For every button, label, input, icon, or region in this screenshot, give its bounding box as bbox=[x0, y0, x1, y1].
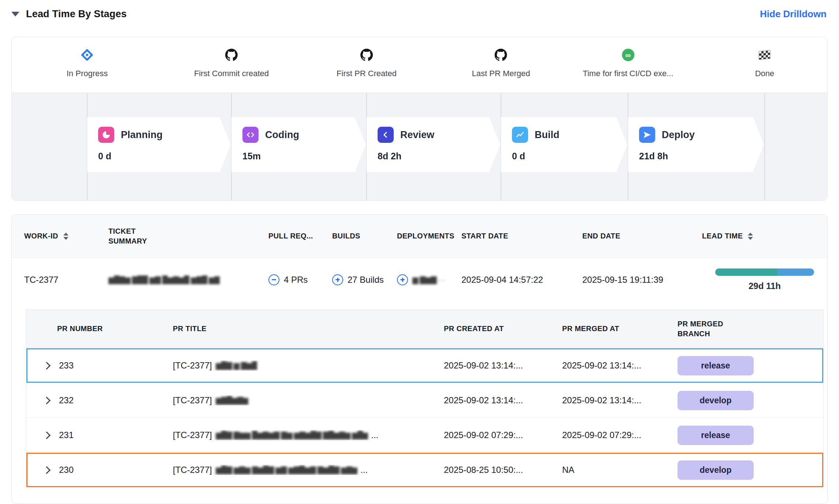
milestone-last-pr-merged: Last PR Merged bbox=[472, 47, 530, 78]
branch-badge: release bbox=[677, 356, 754, 375]
work-table-header: WORK-ID TICKET SUMMARY PULL REQ... BUILD… bbox=[12, 215, 827, 258]
milestone-label: Time for first CI/CD exe... bbox=[583, 69, 673, 78]
col-deployments: DEPLOYMENTS bbox=[397, 232, 461, 240]
pr-created-at: 2025-09-02 13:14:... bbox=[444, 360, 562, 371]
pr-branch-cell: release bbox=[677, 356, 823, 375]
pr-row-231[interactable]: 231 [TC-2377]▆█▇ ▇▆▆ █▆▇▆▇ ▇▆ ▆▇▆█▇ ▇█▆▇… bbox=[26, 418, 823, 452]
expand-circle-icon[interactable] bbox=[397, 274, 408, 285]
branch-badge: release bbox=[677, 426, 754, 445]
col-ticket-summary: TICKET SUMMARY bbox=[108, 226, 268, 246]
chevron-right-icon[interactable] bbox=[43, 466, 51, 474]
build-icon bbox=[512, 127, 528, 143]
pr-merged-at: 2025-09-02 13:14:... bbox=[562, 395, 677, 405]
pull-requests-value: 4 PRs bbox=[268, 274, 332, 285]
lead-time-value: 29d 11h bbox=[749, 281, 781, 291]
pr-branch-cell: release bbox=[677, 426, 823, 445]
col-pull-requests: PULL REQ... bbox=[268, 232, 332, 240]
stages-card: In Progress First Commit created First P… bbox=[11, 37, 828, 201]
stage-name: Coding bbox=[265, 129, 299, 141]
milestone-done: Done bbox=[755, 47, 775, 78]
milestone-first-commit: First Commit created bbox=[194, 47, 269, 78]
lead-time-bar-fill bbox=[715, 268, 777, 276]
stage-chip-deploy[interactable]: Deploy 21d 8h bbox=[628, 117, 764, 172]
stage-duration: 0 d bbox=[98, 151, 231, 162]
pr-table: PR NUMBER PR TITLE PR CREATED AT PR MERG… bbox=[26, 310, 824, 488]
col-pr-title: PR TITLE bbox=[173, 325, 444, 333]
github-icon bbox=[360, 47, 373, 63]
pr-row-232[interactable]: 232 [TC-2377]▆▇█▆▇▆ 2025-09-02 13:14:...… bbox=[26, 383, 823, 418]
pr-row-233[interactable]: 233 [TC-2377]▆█▇ ▆ ▇▆█ 2025-09-02 13:14:… bbox=[26, 348, 823, 383]
status-diamond-icon bbox=[81, 49, 93, 61]
stage-chip-planning[interactable]: Planning 0 d bbox=[87, 117, 231, 172]
chevron-right-icon[interactable] bbox=[43, 362, 51, 369]
stage-track: Planning 0 d Coding 15m Revi bbox=[12, 93, 827, 200]
collapse-circle-icon[interactable] bbox=[268, 274, 279, 285]
sort-icon[interactable] bbox=[63, 233, 68, 240]
ticket-summary-value: ▆█▇▆ ▇██ ▆▇ █▆▇▆█ ▆▇█ ▆▇ bbox=[108, 275, 268, 284]
review-icon bbox=[378, 127, 394, 143]
cicd-icon: ∞ bbox=[622, 49, 634, 61]
col-builds: BUILDS bbox=[332, 232, 397, 240]
col-pr-number: PR NUMBER bbox=[26, 325, 173, 333]
stage-name: Build bbox=[535, 129, 560, 141]
stage-chip-build[interactable]: Build 0 d bbox=[501, 117, 627, 172]
milestone-in-progress: In Progress bbox=[67, 47, 108, 78]
sort-icon[interactable] bbox=[748, 233, 753, 240]
pr-branch-cell: develop bbox=[677, 391, 823, 410]
branch-badge: develop bbox=[677, 460, 754, 480]
pr-title: [TC-2377]▆█▇ ▆ ▇▆█ bbox=[173, 360, 444, 371]
page-title: Lead Time By Stages bbox=[26, 8, 127, 20]
pr-number: 230 bbox=[59, 465, 74, 475]
col-lead-time: LEAD TIME bbox=[702, 232, 827, 240]
milestone-label: First PR Created bbox=[337, 69, 397, 78]
stage-name: Planning bbox=[121, 129, 163, 141]
milestone-first-pr: First PR Created bbox=[337, 47, 397, 78]
github-icon bbox=[495, 47, 507, 63]
milestone-label: Done bbox=[755, 69, 775, 78]
title-wrap: Lead Time By Stages bbox=[11, 8, 127, 20]
hide-drilldown-link[interactable]: Hide Drilldown bbox=[760, 8, 827, 20]
stage-duration: 21d 8h bbox=[639, 151, 764, 162]
pr-row-230[interactable]: 230 [TC-2377]▆█▇ ▆▇▆ ▇▆█▇ ▆▇ ▆▇█▆▇ ▇▆█▇ … bbox=[26, 452, 823, 487]
col-work-id: WORK-ID bbox=[12, 232, 108, 240]
col-pr-merged-branch: PR MERGED BRANCH bbox=[677, 319, 823, 339]
chevron-right-icon[interactable] bbox=[43, 431, 51, 439]
pr-merged-at: 2025-09-02 13:14:... bbox=[562, 360, 677, 371]
stage-duration: 8d 2h bbox=[378, 151, 500, 162]
github-icon bbox=[225, 47, 238, 63]
col-pr-created-at: PR CREATED AT bbox=[444, 325, 562, 333]
lead-time-drilldown-page: Lead Time By Stages Hide Drilldown In Pr… bbox=[0, 0, 839, 504]
stage-duration: 15m bbox=[242, 151, 366, 162]
planning-icon bbox=[98, 127, 114, 143]
col-pr-merged-at: PR MERGED AT bbox=[562, 325, 677, 333]
milestone-label: In Progress bbox=[67, 69, 108, 78]
milestone-label: First Commit created bbox=[194, 69, 269, 78]
stage-chip-review[interactable]: Review 8d 2h bbox=[367, 117, 500, 172]
pr-number: 232 bbox=[59, 395, 74, 405]
col-end-date: END DATE bbox=[582, 232, 702, 240]
pr-merged-at: NA bbox=[562, 465, 677, 475]
pr-created-at: 2025-08-25 10:50:... bbox=[444, 465, 562, 475]
stage-chip-coding[interactable]: Coding 15m bbox=[231, 117, 366, 172]
chevron-right-icon[interactable] bbox=[43, 396, 51, 404]
stage-name: Deploy bbox=[662, 129, 695, 141]
builds-value: 27 Builds bbox=[332, 274, 397, 285]
end-date-value: 2025-09-15 19:11:39 bbox=[582, 275, 702, 285]
deploy-rocket-icon bbox=[639, 127, 655, 143]
branch-badge: develop bbox=[677, 391, 754, 410]
pr-title: [TC-2377]▆▇█▆▇▆ bbox=[173, 395, 444, 405]
coding-icon bbox=[242, 127, 259, 143]
finish-flag-icon bbox=[759, 50, 771, 60]
collapse-triangle-icon[interactable] bbox=[11, 12, 19, 16]
start-date-value: 2025-09-04 14:57:22 bbox=[461, 275, 582, 285]
expand-circle-icon[interactable] bbox=[332, 274, 343, 285]
pr-created-at: 2025-09-02 07:29:... bbox=[444, 430, 562, 440]
pr-title: [TC-2377]▆█▇ ▇▆▆ █▆▇▆▇ ▇▆ ▆▇▆█▇ ▇█▆▇▆ ▆█… bbox=[173, 430, 444, 440]
pr-merged-at: 2025-09-02 07:29:... bbox=[562, 430, 677, 440]
col-start-date: START DATE bbox=[461, 232, 582, 240]
pr-title: [TC-2377]▆█▇ ▆▇▆ ▇▆█▇ ▆▇ ▆▇█▆▇ ▇▆█▇ ▆▇▆.… bbox=[173, 465, 444, 475]
milestone-cicd: ∞ Time for first CI/CD exe... bbox=[583, 47, 673, 78]
milestone-label: Last PR Merged bbox=[472, 69, 530, 78]
stage-divider bbox=[764, 93, 765, 200]
work-item-row: TC-2377 ▆█▇▆ ▇██ ▆▇ █▆▇▆█ ▆▇█ ▆▇ 4 PRs 2… bbox=[12, 258, 827, 301]
